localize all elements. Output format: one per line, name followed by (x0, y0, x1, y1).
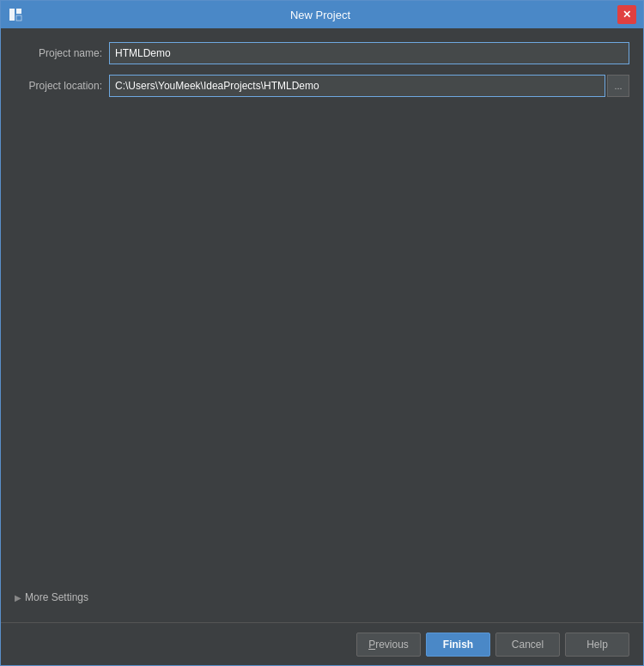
help-button[interactable]: Help (565, 633, 629, 657)
svg-rect-2 (16, 15, 21, 21)
app-icon (8, 7, 23, 22)
more-settings-label: More Settings (25, 591, 88, 603)
previous-button[interactable]: Previous (356, 633, 421, 657)
project-location-row: Project location: ... (15, 75, 629, 97)
cancel-button[interactable]: Cancel (495, 633, 560, 657)
bottom-bar: Previous Finish Cancel Help (1, 622, 643, 665)
svg-rect-0 (9, 9, 15, 21)
more-settings-toggle[interactable]: ▶ More Settings (15, 586, 629, 608)
browse-button[interactable]: ... (607, 75, 629, 97)
project-name-row: Project name: (15, 42, 629, 64)
project-name-input[interactable] (109, 42, 629, 64)
project-location-label: Project location: (15, 80, 109, 92)
content-spacer (15, 107, 629, 586)
location-field-group: ... (109, 75, 629, 97)
previous-label: Previous (368, 639, 409, 651)
project-name-label: Project name: (15, 47, 109, 59)
content-area: Project name: Project location: ... ▶ Mo… (1, 28, 643, 622)
svg-rect-1 (16, 9, 21, 14)
new-project-dialog: New Project ✕ Project name: Project loca… (0, 0, 644, 666)
title-bar: New Project ✕ (1, 1, 643, 28)
project-location-input[interactable] (109, 75, 605, 97)
dialog-title: New Project (23, 9, 617, 21)
more-settings-arrow-icon: ▶ (15, 593, 21, 602)
finish-button[interactable]: Finish (426, 633, 490, 657)
close-button[interactable]: ✕ (617, 5, 636, 24)
